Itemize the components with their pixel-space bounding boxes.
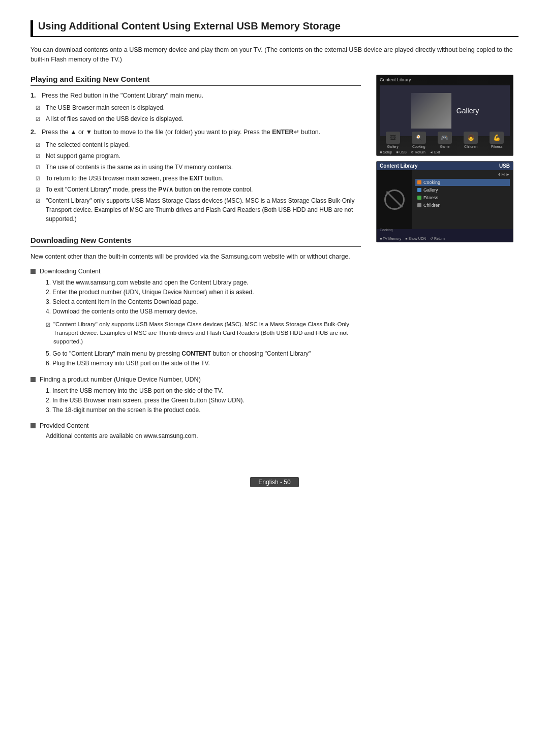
screen-icons-row: 🖼 Gallery 🍳 Cooking 🎮 Game 👧	[380, 132, 510, 148]
note-3-text: The selected content is played.	[46, 140, 130, 149]
note-4-text: Not support game program.	[46, 151, 120, 161]
note-1-text: The USB Browser main screen is displayed…	[46, 103, 165, 112]
note-2: ☑ A list of files saved on the USB devic…	[36, 114, 361, 123]
section1-title: Playing and Exiting New Content	[30, 75, 361, 86]
no-content-icon	[384, 190, 405, 210]
cl-footer-return: ↺ Return	[430, 237, 445, 241]
note-7-text: To exit "Content Library" mode, press th…	[46, 185, 253, 194]
cooking-icon-box: 🍳	[412, 132, 426, 144]
screen-top-inner: Content Library Gallery 🖼 Gallery 🍳 Cook…	[377, 75, 513, 155]
cl-item-fitness: Fitness	[415, 194, 510, 201]
screen1-footer-return: ↺ Return	[411, 150, 425, 154]
screen-content-library: Content Library USB 4 M ► Cooking	[376, 161, 513, 242]
icon-game: 🎮 Game	[438, 132, 452, 148]
step-2: 2. Press the ▲ or ▼ button to move to th…	[30, 128, 361, 137]
footer-bar: English - 50	[30, 477, 518, 487]
gallery-icon-box: 🖼	[386, 132, 400, 144]
dot-gallery	[417, 188, 421, 192]
cl-body: 4 M ► Cooking Gallery Fitn	[377, 170, 513, 229]
note-icon-5: ☑	[36, 164, 43, 172]
section2-title: Downloading New Contents	[30, 236, 361, 247]
cl-header-label: Content Library	[380, 163, 417, 169]
note-5: ☑ The use of contents is the same as in …	[36, 163, 361, 172]
bullet-provided: Provided Content Additional contents are…	[30, 422, 361, 439]
cl-item-cooking: Cooking	[415, 179, 510, 186]
game-icon-box: 🎮	[438, 132, 452, 144]
dl-step-1: 1. Visit the www.samsung.com website and…	[46, 278, 361, 288]
dot-children	[417, 203, 421, 207]
cl-footer-udn: ■ Show UDN	[405, 237, 426, 241]
section1-step2: 2. Press the ▲ or ▼ button to move to th…	[30, 128, 361, 137]
section-playing: Playing and Exiting New Content 1. Press…	[30, 75, 361, 224]
gallery-main: Gallery	[380, 85, 510, 136]
dl-step-2: 2. Enter the product number (UDN, Unique…	[46, 288, 361, 297]
cl-children-label: Children	[423, 203, 441, 208]
udn-step-3: 3. The 18-digit number on the screen is …	[46, 405, 361, 415]
note-icon-3: ☑	[36, 141, 43, 149]
udn-step-1: 1. Insert the USB memory into the USB po…	[46, 386, 361, 396]
bullet1-note: ☑ "Content Library" only supports USB Ma…	[30, 320, 361, 346]
bullet2-icon	[30, 377, 36, 382]
note-3: ☑ The selected content is played.	[36, 140, 361, 149]
fitness-icon-box: 💪	[490, 132, 504, 144]
screen1-footer-setup: ■ Setup	[380, 150, 392, 154]
cl-sub-label: Cooking	[380, 228, 393, 232]
note-8-text: "Content Library" only supports USB Mass…	[46, 196, 361, 224]
bullet1-note-text: "Content Library" only supports USB Mass…	[53, 320, 361, 346]
dl-step-3: 3. Select a content item in the Contents…	[46, 297, 361, 307]
bullet3-header: Provided Content	[30, 422, 361, 429]
note-icon-1: ☑	[36, 104, 43, 112]
cl-left	[377, 170, 412, 229]
icon-cooking: 🍳 Cooking	[412, 132, 426, 148]
cl-size: 4 M ►	[415, 172, 510, 177]
bullet3-label: Provided Content	[40, 422, 89, 429]
cooking-icon-label: Cooking	[412, 145, 425, 148]
note-6: ☑ To return to the USB browser main scre…	[36, 174, 361, 183]
gallery-icon-label: Gallery	[387, 145, 399, 148]
cl-footer: ■ TV Memory ■ Show UDN ↺ Return	[380, 237, 510, 241]
icon-gallery: 🖼 Gallery	[386, 132, 400, 148]
bullet-udn: Finding a product number (Unique Device …	[30, 376, 361, 416]
note-6-text: To return to the USB browser main screen…	[46, 174, 224, 183]
note-icon-4: ☑	[36, 152, 43, 161]
dot-fitness	[417, 196, 421, 200]
cl-footer-tv: ■ TV Memory	[380, 237, 401, 241]
step-1: 1. Press the Red button in the "Content …	[30, 91, 361, 101]
game-icon-label: Game	[440, 145, 449, 148]
section1-steps: 1. Press the Red button in the "Content …	[30, 91, 361, 101]
note-8: ☑ "Content Library" only supports USB Ma…	[36, 196, 361, 224]
fitness-icon-label: Fitness	[491, 145, 503, 148]
step-2-text: Press the ▲ or ▼ button to move to the f…	[42, 128, 320, 137]
screen1-footer: ■ Setup ■ USB ↺ Return ◄ Exit	[380, 150, 510, 154]
cl-gallery-label: Gallery	[423, 187, 438, 193]
note-7: ☑ To exit "Content Library" mode, press …	[36, 185, 361, 194]
cl-right: 4 M ► Cooking Gallery Fitn	[412, 170, 513, 229]
cl-item-gallery: Gallery	[415, 186, 510, 194]
step-1-num: 1.	[30, 91, 39, 101]
gallery-label: Gallery	[456, 107, 479, 115]
screen-gallery: Content Library Gallery 🖼 Gallery 🍳 Cook…	[376, 75, 513, 156]
note-icon-7: ☑	[36, 186, 43, 194]
dl-step-5: 5. Go to "Content Library" main menu by …	[46, 349, 361, 359]
cl-header-right: USB	[499, 163, 510, 169]
screen1-label: Content Library	[380, 77, 411, 82]
cl-item-children: Children	[415, 202, 510, 209]
cl-fitness-label: Fitness	[423, 195, 438, 200]
bullet2-header: Finding a product number (Unique Device …	[30, 376, 361, 383]
bullet2-steps: 1. Insert the USB memory into the USB po…	[30, 386, 361, 416]
screen1-footer-usb: ■ USB	[396, 150, 407, 154]
note-icon-6: ☑	[36, 175, 43, 183]
notes-after-step1: ☑ The USB Browser main screen is display…	[30, 103, 361, 123]
gallery-thumbnail	[411, 93, 451, 129]
screen-container: Content Library Gallery 🖼 Gallery 🍳 Cook…	[376, 75, 518, 242]
bullet1-header: Downloading Content	[30, 268, 361, 275]
icon-children: 👧 Children	[464, 132, 478, 148]
dot-cooking	[417, 180, 421, 184]
left-column: Playing and Exiting New Content 1. Press…	[30, 75, 361, 447]
bullet1-note-item: ☑ "Content Library" only supports USB Ma…	[46, 320, 361, 346]
bullet1-label: Downloading Content	[40, 268, 101, 275]
udn-step-2: 2. In the USB Browser main screen, press…	[46, 396, 361, 405]
note-5-text: The use of contents is the same as in us…	[46, 163, 233, 172]
note-icon-2: ☑	[36, 115, 43, 123]
bullet3-icon	[30, 423, 36, 428]
